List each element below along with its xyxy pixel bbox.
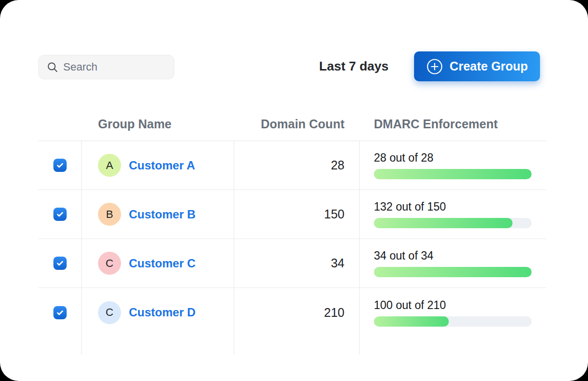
row-checkbox[interactable] xyxy=(53,159,67,172)
dmarc-progress-fill xyxy=(374,267,532,277)
plus-icon xyxy=(426,58,443,75)
domain-count-cell: 34 xyxy=(234,256,359,270)
group-name-cell: A Customer A xyxy=(81,154,234,177)
dmarc-progress-track xyxy=(374,316,532,327)
dmarc-cell: 100 out of 210 xyxy=(359,299,546,327)
dmarc-progress-fill xyxy=(374,169,532,179)
checkbox-cell xyxy=(38,159,81,172)
group-name-cell: C Customer D xyxy=(81,301,234,324)
avatar: B xyxy=(98,203,121,226)
avatar: C xyxy=(98,301,121,324)
page-card: Last 7 days Create Group Group Name Doma… xyxy=(0,0,588,381)
table-row: A Customer A 28 28 out of 28 xyxy=(38,141,546,190)
create-group-button[interactable]: Create Group xyxy=(414,51,540,81)
table-row: B Customer B 150 132 out of 150 xyxy=(38,190,546,239)
dmarc-label: 28 out of 28 xyxy=(374,151,532,165)
dmarc-cell: 132 out of 150 xyxy=(359,200,546,228)
dmarc-cell: 28 out of 28 xyxy=(359,151,546,179)
table-header-row: Group Name Domain Count DMARC Enforcemen… xyxy=(38,108,546,141)
group-name-link[interactable]: Customer C xyxy=(129,257,196,270)
column-divider xyxy=(234,141,234,355)
header-group-name: Group Name xyxy=(81,117,234,131)
dmarc-label: 100 out of 210 xyxy=(374,299,532,312)
dmarc-label: 132 out of 150 xyxy=(374,200,532,214)
dmarc-cell: 34 out of 34 xyxy=(359,249,546,277)
checkmark-icon xyxy=(56,309,64,317)
checkmark-icon xyxy=(56,259,64,267)
group-name-link[interactable]: Customer B xyxy=(129,208,196,221)
table-row: C Customer D 210 100 out of 210 xyxy=(38,288,546,337)
checkbox-cell xyxy=(38,306,81,319)
groups-table: Group Name Domain Count DMARC Enforcemen… xyxy=(38,108,546,355)
dmarc-progress-track xyxy=(374,267,532,277)
date-range-label[interactable]: Last 7 days xyxy=(294,51,389,81)
dmarc-progress-fill xyxy=(374,218,513,228)
avatar: A xyxy=(98,154,121,177)
column-divider xyxy=(81,141,82,355)
table-tail-space xyxy=(38,337,546,355)
search-icon xyxy=(47,61,58,73)
row-checkbox[interactable] xyxy=(53,208,67,221)
checkbox-cell xyxy=(38,257,81,270)
dmarc-progress-track xyxy=(374,169,532,179)
domain-count-cell: 150 xyxy=(234,207,359,221)
avatar: C xyxy=(98,252,121,275)
create-group-label: Create Group xyxy=(450,59,528,73)
checkmark-icon xyxy=(56,161,64,169)
group-name-link[interactable]: Customer D xyxy=(129,306,196,319)
checkmark-icon xyxy=(56,210,64,218)
dmarc-label: 34 out of 34 xyxy=(374,249,532,262)
domain-count-cell: 28 xyxy=(234,158,359,172)
dmarc-progress-fill xyxy=(374,316,449,327)
group-name-cell: B Customer B xyxy=(81,203,234,226)
checkbox-cell xyxy=(38,208,81,221)
header-dmarc-enforcement: DMARC Enforcement xyxy=(359,117,546,131)
table-row: C Customer C 34 34 out of 34 xyxy=(38,239,546,288)
column-divider xyxy=(359,141,360,355)
header-domain-count: Domain Count xyxy=(234,117,359,131)
row-checkbox[interactable] xyxy=(53,306,67,319)
row-checkbox[interactable] xyxy=(53,257,67,270)
search-field[interactable] xyxy=(63,61,166,73)
table-body: A Customer A 28 28 out of 28 xyxy=(38,141,546,337)
group-name-link[interactable]: Customer A xyxy=(129,159,195,172)
dmarc-progress-track xyxy=(374,218,532,228)
search-input[interactable] xyxy=(38,55,174,79)
group-name-cell: C Customer C xyxy=(81,252,234,275)
domain-count-cell: 210 xyxy=(234,306,359,320)
